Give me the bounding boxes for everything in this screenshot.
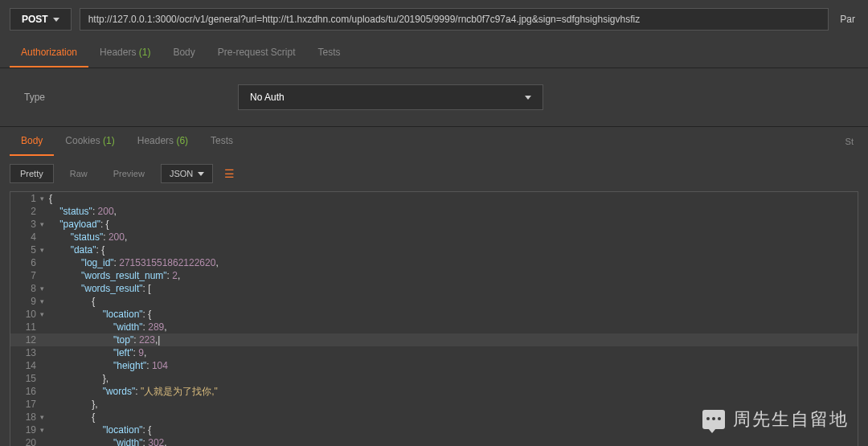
- line-number: 10: [10, 308, 44, 321]
- code-line[interactable]: 7 "words_result_num": 2,: [10, 269, 858, 282]
- cookies-count-badge: (1): [103, 135, 115, 146]
- line-content: "location": {: [44, 308, 858, 321]
- code-line[interactable]: 20 "width": 302,: [10, 436, 858, 446]
- resp-tab-headers[interactable]: Headers (6): [126, 127, 199, 156]
- resp-tab-tests[interactable]: Tests: [199, 127, 244, 156]
- tab-headers-label: Headers: [100, 47, 136, 58]
- tab-authorization[interactable]: Authorization: [10, 39, 88, 68]
- code-line[interactable]: 2 "status": 200,: [10, 205, 858, 218]
- code-line[interactable]: 12 "top": 223,|: [10, 333, 858, 346]
- resp-tab-cookies[interactable]: Cookies (1): [54, 127, 125, 156]
- line-number: 20: [10, 436, 44, 446]
- line-content: "payload": {: [44, 218, 858, 231]
- code-line[interactable]: 3 "payload": {: [10, 218, 858, 231]
- line-number: 5: [10, 243, 44, 256]
- format-select[interactable]: JSON: [161, 164, 213, 183]
- auth-section: Type No Auth: [0, 68, 868, 127]
- line-number: 7: [10, 269, 44, 282]
- line-number: 4: [10, 231, 44, 243]
- line-content: "status": 200,: [44, 205, 858, 218]
- line-number: 12: [10, 333, 44, 346]
- resp-cookies-label: Cookies: [65, 135, 100, 146]
- chevron-down-icon: [525, 96, 531, 100]
- url-input[interactable]: [80, 8, 829, 31]
- code-line[interactable]: 8 "words_result": [: [10, 282, 858, 295]
- line-content: "words_result": [: [44, 282, 858, 295]
- line-number: 8: [10, 282, 44, 295]
- line-number: 15: [10, 372, 44, 385]
- code-line[interactable]: 11 "width": 289,: [10, 321, 858, 333]
- line-content: {: [44, 192, 858, 205]
- tab-body[interactable]: Body: [162, 39, 206, 68]
- format-label: JSON: [170, 169, 193, 178]
- line-number: 17: [10, 398, 44, 411]
- response-body-editor[interactable]: 1{2 "status": 200,3 "payload": {4 "statu…: [10, 191, 858, 446]
- response-tabs: Body Cookies (1) Headers (6) Tests St: [0, 127, 868, 156]
- tab-prerequest[interactable]: Pre-request Script: [207, 39, 307, 68]
- wrap-lines-icon[interactable]: ☰: [219, 167, 240, 180]
- code-line[interactable]: 13 "left": 9,: [10, 346, 858, 359]
- line-number: 3: [10, 218, 44, 231]
- code-line[interactable]: 1{: [10, 192, 858, 205]
- code-line[interactable]: 4 "status": 200,: [10, 231, 858, 243]
- tab-headers[interactable]: Headers (1): [88, 39, 162, 68]
- line-number: 2: [10, 205, 44, 218]
- line-content: "words": "人就是为了找你,": [44, 385, 858, 398]
- url-bar: POST Par: [0, 0, 868, 39]
- code-line[interactable]: 14 "height": 104: [10, 359, 858, 372]
- line-number: 14: [10, 359, 44, 372]
- view-pretty-button[interactable]: Pretty: [10, 164, 54, 183]
- code-line[interactable]: 18 {: [10, 411, 858, 423]
- line-number: 1: [10, 192, 44, 205]
- code-line[interactable]: 15 },: [10, 372, 858, 385]
- line-content: "height": 104: [44, 359, 858, 372]
- code-line[interactable]: 17 },: [10, 398, 858, 411]
- line-content: "top": 223,|: [44, 333, 858, 346]
- resp-tab-body[interactable]: Body: [10, 127, 54, 156]
- line-content: "width": 302,: [44, 436, 858, 446]
- code-line[interactable]: 10 "location": {: [10, 308, 858, 321]
- http-method-select[interactable]: POST: [10, 8, 72, 31]
- line-number: 11: [10, 321, 44, 333]
- line-number: 19: [10, 423, 44, 436]
- line-content: {: [44, 411, 858, 423]
- request-tabs: Authorization Headers (1) Body Pre-reque…: [0, 39, 868, 68]
- view-bar: Pretty Raw Preview JSON ☰: [0, 156, 868, 191]
- status-label: St: [845, 137, 858, 146]
- headers-count-badge: (1): [139, 47, 151, 58]
- line-number: 16: [10, 385, 44, 398]
- resp-headers-count-badge: (6): [176, 135, 188, 146]
- chevron-down-icon: [53, 18, 59, 22]
- view-raw-button[interactable]: Raw: [60, 165, 97, 182]
- chevron-down-icon: [198, 172, 204, 176]
- params-button[interactable]: Par: [837, 9, 858, 30]
- line-number: 9: [10, 295, 44, 308]
- resp-headers-label: Headers: [137, 135, 174, 146]
- line-content: "words_result_num": 2,: [44, 269, 858, 282]
- code-line[interactable]: 9 {: [10, 295, 858, 308]
- line-content: "data": {: [44, 243, 858, 256]
- code-line[interactable]: 6 "log_id": 271531551862122620,: [10, 256, 858, 269]
- line-number: 13: [10, 346, 44, 359]
- line-number: 6: [10, 256, 44, 269]
- code-line[interactable]: 16 "words": "人就是为了找你,": [10, 385, 858, 398]
- line-content: "status": 200,: [44, 231, 858, 243]
- code-line[interactable]: 19 "location": {: [10, 423, 858, 436]
- line-content: "left": 9,: [44, 346, 858, 359]
- line-content: },: [44, 398, 858, 411]
- auth-type-label: Type: [24, 92, 45, 103]
- line-content: },: [44, 372, 858, 385]
- auth-type-select[interactable]: No Auth: [238, 84, 543, 110]
- line-content: "location": {: [44, 423, 858, 436]
- code-line[interactable]: 5 "data": {: [10, 243, 858, 256]
- http-method-label: POST: [22, 14, 48, 25]
- view-preview-button[interactable]: Preview: [104, 165, 154, 182]
- line-content: {: [44, 295, 858, 308]
- line-content: "log_id": 271531551862122620,: [44, 256, 858, 269]
- auth-selected-value: No Auth: [250, 92, 285, 103]
- line-number: 18: [10, 411, 44, 423]
- tab-tests[interactable]: Tests: [306, 39, 351, 68]
- line-content: "width": 289,: [44, 321, 858, 333]
